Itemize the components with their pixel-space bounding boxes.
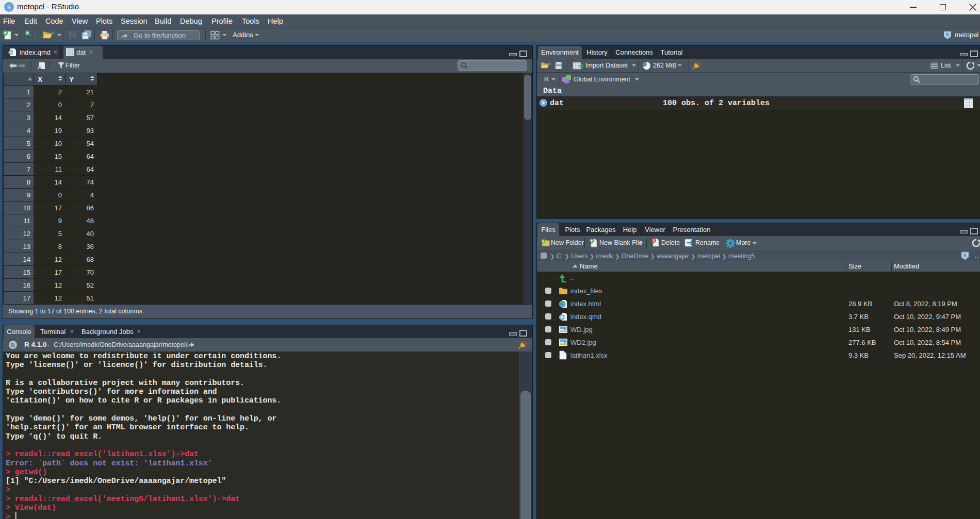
svg-text:R: R xyxy=(11,342,15,348)
svg-text:R: R xyxy=(7,4,11,10)
svg-text:R: R xyxy=(963,253,967,258)
svg-text:R: R xyxy=(946,32,949,37)
